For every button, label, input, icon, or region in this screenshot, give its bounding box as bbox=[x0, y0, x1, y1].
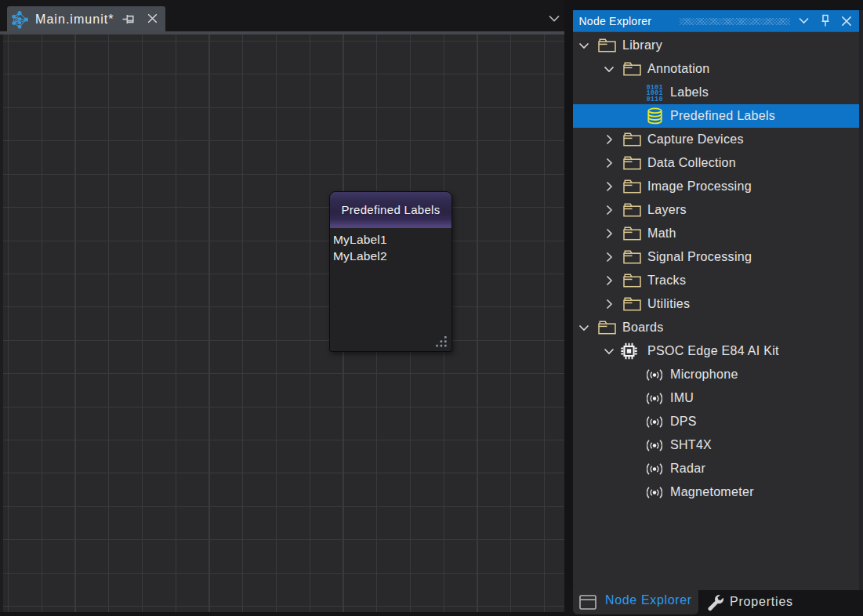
svg-text:0110: 0110 bbox=[647, 96, 663, 102]
